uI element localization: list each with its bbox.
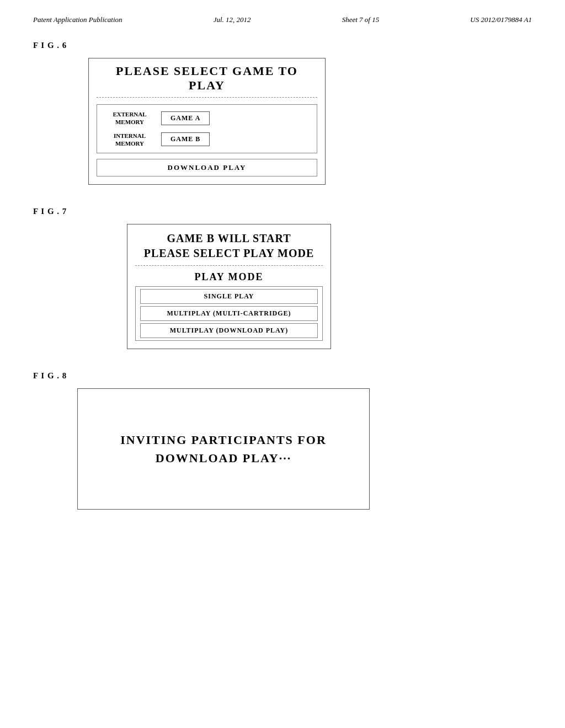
fig6-section: F I G . 6 PLEASE SELECT GAME TO PLAY EXT…: [33, 41, 532, 185]
fig7-multiplay-download-button[interactable]: MULTIPLAY (DOWNLOAD PLAY): [140, 323, 318, 338]
fig7-container: GAME B WILL START PLEASE SELECT PLAY MOD…: [127, 224, 331, 349]
page-header: Patent Application Publication Jul. 12, …: [0, 0, 565, 30]
fig7-title-line1: GAME B WILL START: [167, 232, 291, 244]
fig6-label: F I G . 6: [33, 41, 532, 50]
fig6-inner: EXTERNALMEMORY GAME A INTERNALMEMORY GAM…: [97, 104, 317, 153]
fig6-title: PLEASE SELECT GAME TO PLAY: [97, 64, 317, 98]
fig7-multiplay-multicartridge-button[interactable]: MULTIPLAY (MULTI-CARTRIDGE): [140, 306, 318, 321]
fig6-game-a-button[interactable]: GAME A: [161, 111, 210, 125]
header-sheet: Sheet 7 of 15: [342, 15, 380, 24]
fig7-inner: SINGLE PLAY MULTIPLAY (MULTI-CARTRIDGE) …: [135, 286, 323, 341]
header-center-date: Jul. 12, 2012: [214, 15, 251, 24]
fig8-container: INVITING PARTICIPANTS FOR DOWNLOAD PLAY·…: [77, 388, 370, 510]
fig6-download-button[interactable]: DOWNLOAD PLAY: [97, 159, 317, 176]
fig7-title-line2: PLEASE SELECT PLAY MODE: [144, 247, 314, 259]
fig8-text: INVITING PARTICIPANTS FOR DOWNLOAD PLAY·…: [120, 431, 327, 467]
fig6-row-external: EXTERNALMEMORY GAME A: [105, 110, 309, 126]
fig6-external-memory-label: EXTERNALMEMORY: [105, 110, 154, 126]
fig7-label: F I G . 7: [33, 207, 532, 216]
fig7-play-mode-label: PLAY MODE: [135, 271, 323, 283]
content-area: F I G . 6 PLEASE SELECT GAME TO PLAY EXT…: [0, 30, 565, 543]
fig6-internal-memory-label: INTERNALMEMORY: [105, 132, 154, 148]
header-left: Patent Application Publication: [33, 15, 122, 24]
fig6-row-internal: INTERNALMEMORY GAME B: [105, 132, 309, 148]
fig8-text-line1: INVITING PARTICIPANTS FOR: [120, 433, 327, 447]
fig8-section: F I G . 8 INVITING PARTICIPANTS FOR DOWN…: [33, 371, 532, 510]
fig7-section: F I G . 7 GAME B WILL START PLEASE SELEC…: [33, 207, 532, 349]
fig6-game-b-button[interactable]: GAME B: [161, 132, 210, 146]
fig6-container: PLEASE SELECT GAME TO PLAY EXTERNALMEMOR…: [88, 58, 326, 185]
header-patent-number: US 2012/0179884 A1: [470, 15, 532, 24]
fig7-single-play-button[interactable]: SINGLE PLAY: [140, 289, 318, 304]
fig8-text-line2: DOWNLOAD PLAY···: [156, 451, 291, 465]
fig7-title: GAME B WILL START PLEASE SELECT PLAY MOD…: [135, 231, 323, 266]
fig8-label: F I G . 8: [33, 371, 532, 381]
